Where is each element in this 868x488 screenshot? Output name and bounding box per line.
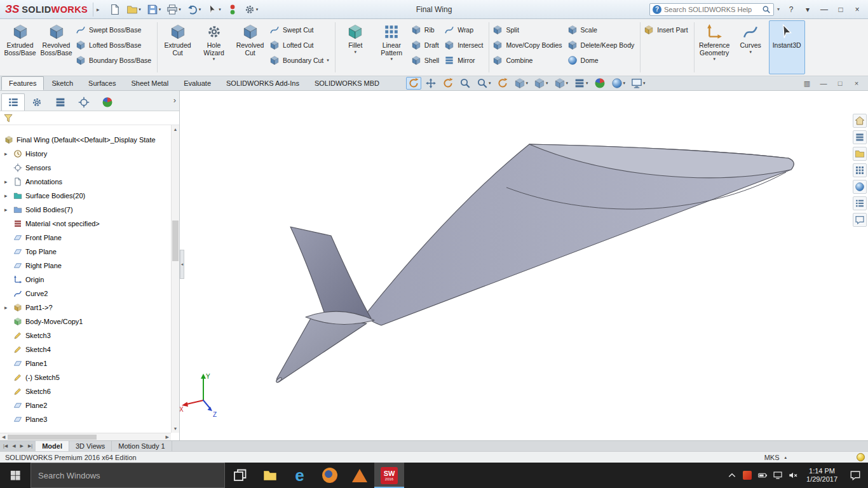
tree-item-sensors[interactable]: Sensors — [0, 161, 171, 175]
split-button[interactable]: Split — [492, 24, 564, 36]
doc-tab-model[interactable]: Model — [36, 441, 69, 451]
tree-item-plane3[interactable]: Plane3 — [0, 412, 171, 426]
view-settings-button[interactable]: ▾ — [629, 77, 648, 90]
wrap-button[interactable]: Wrap — [444, 24, 485, 36]
tree-item-top-plane[interactable]: Top Plane — [0, 245, 171, 259]
featuremanager-tab[interactable] — [1, 93, 25, 111]
open-button[interactable]: ▾ — [125, 2, 143, 17]
tab-sheet-metal[interactable]: Sheet Metal — [123, 76, 176, 90]
firefox-taskbar-button[interactable] — [315, 463, 344, 488]
scroll-down-icon[interactable]: ▼ — [172, 424, 179, 433]
expand-arrow-icon[interactable]: ▸ — [3, 193, 13, 199]
tab-scroll-last-button[interactable]: ▶| — [26, 444, 34, 449]
print-button[interactable]: ▾ — [165, 2, 183, 17]
tree-item-solid-bodies[interactable]: ▸Solid Bodies(7) — [0, 203, 171, 217]
file-explorer-button[interactable] — [853, 147, 867, 161]
dock-document-button[interactable]: ▥ — [801, 78, 813, 89]
panel-horizontal-scrollbar[interactable]: ◀ ▶ — [0, 433, 171, 440]
tab-features[interactable]: Features — [1, 76, 44, 90]
tree-item-plane2[interactable]: Plane2 — [0, 398, 171, 412]
expand-arrow-icon[interactable]: ▸ — [3, 304, 13, 311]
wing-lower-strake[interactable] — [276, 318, 367, 383]
boundary-boss-base-button[interactable]: Boundary Boss/Base — [75, 54, 153, 66]
dimxpertmanager-tab[interactable] — [72, 93, 95, 111]
redraw-button[interactable] — [406, 77, 421, 90]
select-button[interactable]: ▾ — [205, 2, 223, 17]
tray-app-tray-button[interactable] — [740, 463, 754, 488]
pan-button[interactable] — [423, 77, 438, 90]
tab-scroll-previous-button[interactable]: ◀ — [10, 444, 17, 449]
graphics-viewport[interactable]: Y X Z ◂ — [180, 91, 868, 440]
shell-button[interactable]: Shell — [410, 54, 441, 66]
tree-item-sketch6[interactable]: Sketch6 — [0, 384, 171, 398]
search-dropdown-icon[interactable]: ▾ — [775, 6, 782, 12]
start-button[interactable] — [0, 463, 31, 488]
appearances-scenes-button[interactable] — [853, 180, 867, 194]
solidworks-forum-button[interactable] — [853, 213, 867, 227]
scale-button[interactable]: Scale — [567, 24, 637, 36]
restore-document-button[interactable]: □ — [834, 78, 846, 89]
scroll-right-icon[interactable]: ▶ — [166, 435, 169, 440]
toolbar-expand-arrow-icon[interactable]: ▸ — [93, 3, 102, 17]
instant3d-button[interactable]: Instant3D — [769, 20, 805, 74]
hidden-icons-tray-button[interactable] — [725, 463, 739, 488]
tree-item-surface-bodies[interactable]: ▸Surface Bodies(20) — [0, 189, 171, 203]
apply-scene-button[interactable]: ▾ — [609, 77, 628, 90]
scroll-up-icon[interactable]: ▲ — [172, 125, 179, 133]
file-explorer-taskbar-button[interactable] — [255, 463, 285, 488]
tab-scroll-first-button[interactable]: |◀ — [1, 444, 10, 449]
tree-item-final-wing-root[interactable]: Final Wing (Default<<Default>_Display St… — [0, 133, 171, 147]
matlab-taskbar-button[interactable] — [344, 463, 374, 488]
tree-filter-bar[interactable] — [0, 111, 179, 125]
zoom-to-fit-button[interactable] — [458, 77, 473, 90]
tree-item-body-move-copy1[interactable]: Body-Move/Copy1 — [0, 315, 171, 329]
wing-model[interactable]: Y X Z — [180, 91, 868, 440]
intersect-button[interactable]: Intersect — [444, 39, 485, 51]
tree-item-right-plane[interactable]: Right Plane — [0, 259, 171, 273]
tab-sketch[interactable]: Sketch — [44, 76, 81, 90]
expand-arrow-icon[interactable]: ▸ — [3, 151, 13, 157]
mirror-button[interactable]: Mirror — [444, 54, 485, 66]
fillet-button[interactable]: Fillet▾ — [337, 20, 374, 74]
draft-button[interactable]: Draft — [410, 39, 441, 51]
tree-item-material[interactable]: Material <not specified> — [0, 217, 171, 231]
task-view-taskbar-button[interactable] — [225, 463, 255, 488]
solidworks-resources-button[interactable] — [853, 114, 867, 128]
unit-system-dropdown-icon[interactable]: ▴ — [784, 455, 787, 460]
tree-item-sketch5[interactable]: (-) Sketch5 — [0, 370, 171, 384]
undo-button[interactable]: ▾ — [185, 2, 203, 17]
new-button[interactable] — [107, 2, 123, 17]
custom-properties-button[interactable] — [853, 196, 867, 210]
delete-keep-body-button[interactable]: Delete/Keep Body — [567, 39, 637, 51]
solidworks-taskbar-button[interactable]: SW2016 — [374, 463, 404, 488]
taskbar-search-box[interactable] — [31, 463, 225, 488]
rebuild-button[interactable] — [225, 2, 240, 17]
extruded-cut-button[interactable]: Extruded Cut — [159, 20, 196, 74]
move-copy-bodies-button[interactable]: Move/Copy Bodies — [492, 39, 564, 51]
taskbar-search-input[interactable] — [38, 471, 217, 480]
lofted-boss-base-button[interactable]: Lofted Boss/Base — [75, 39, 153, 51]
tree-item-front-plane[interactable]: Front Plane — [0, 231, 171, 245]
panel-expand-icon[interactable]: › — [173, 95, 176, 105]
tree-item-origin[interactable]: Origin — [0, 273, 171, 287]
help-button[interactable]: ? — [783, 3, 799, 17]
battery-tray-button[interactable] — [756, 463, 770, 488]
tree-item-plane1[interactable]: Plane1 — [0, 356, 171, 370]
tab-solidworks-mbd[interactable]: SOLIDWORKS MBD — [307, 76, 387, 90]
rib-button[interactable]: Rib — [410, 24, 441, 36]
zoom-to-area-button[interactable]: ▾ — [475, 77, 493, 90]
dome-button[interactable]: Dome — [567, 54, 637, 66]
hole-wizard-button[interactable]: Hole Wizard▾ — [196, 20, 232, 74]
taskbar-clock[interactable]: 1:14 PM 1/29/2017 — [801, 467, 843, 484]
extruded-boss-base-button[interactable]: Extruded Boss/Base — [2, 20, 38, 74]
tab-evaluate[interactable]: Evaluate — [176, 76, 219, 90]
display-style-button[interactable]: ▾ — [552, 77, 571, 90]
insert-part-button[interactable]: Insert Part — [643, 24, 689, 36]
hide-show-items-button[interactable]: ▾ — [572, 77, 590, 90]
tab-solidworks-add-ins[interactable]: SOLIDWORKS Add-Ins — [219, 76, 307, 90]
scrollbar-thumb[interactable] — [8, 435, 97, 440]
volume-muted-tray-button[interactable] — [786, 463, 800, 488]
save-button[interactable]: ▾ — [145, 2, 163, 17]
lofted-cut-button[interactable]: Lofted Cut — [269, 39, 331, 51]
minimize-button[interactable]: — — [816, 3, 832, 17]
